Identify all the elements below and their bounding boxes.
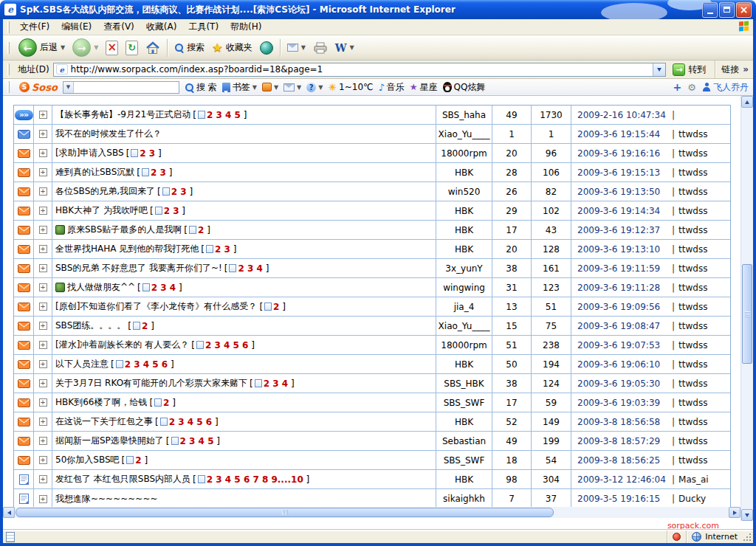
thread-last-poster[interactable]: Mas_ai bbox=[678, 474, 709, 485]
thread-author[interactable]: SBS_SWF bbox=[436, 393, 492, 412]
vertical-scroll-thumb[interactable] bbox=[742, 264, 752, 364]
expand-icon[interactable] bbox=[39, 379, 47, 387]
thread-author[interactable]: HBK bbox=[436, 221, 492, 239]
vertical-scrollbar[interactable] bbox=[740, 96, 753, 521]
forward-dropdown-icon[interactable]: ▼ bbox=[94, 44, 98, 51]
thread-author[interactable]: SBS_SWF bbox=[436, 451, 492, 469]
thread-title-link[interactable]: 原来SBS贴子最多的人是我啊 bbox=[67, 224, 182, 236]
menu-item-view[interactable]: 查看(V) bbox=[97, 19, 140, 35]
thread-last-poster[interactable]: ttwdss bbox=[678, 206, 707, 216]
address-dropdown-button[interactable] bbox=[653, 63, 665, 76]
expand-icon[interactable] bbox=[39, 149, 47, 157]
toolbar-grip[interactable] bbox=[7, 63, 10, 75]
minimize-button[interactable] bbox=[702, 2, 718, 18]
menu-item-tools[interactable]: 工具(T) bbox=[182, 19, 224, 35]
thread-author[interactable]: sikaighkh bbox=[436, 489, 492, 508]
thread-row[interactable]: SBS的兄弟 不好意思了 我要离开你们了~! [2 3 4 ] 3x_yunY … bbox=[14, 259, 730, 278]
thread-title-link[interactable]: 据闻新一届SP选擧快開始了 bbox=[55, 435, 164, 447]
refresh-button[interactable] bbox=[123, 39, 141, 57]
thread-last-poster[interactable]: ttwdss bbox=[678, 302, 707, 312]
thread-title-link[interactable]: 以下人员注意 bbox=[55, 358, 109, 370]
thread-author[interactable]: HBK bbox=[436, 201, 492, 220]
thread-pages[interactable]: [2 3 4 5 6 ] bbox=[111, 359, 174, 370]
soso-weather-button[interactable]: 1~10℃ bbox=[328, 82, 373, 93]
links-label[interactable]: 链接 bbox=[721, 63, 739, 76]
page-icon[interactable] bbox=[196, 341, 204, 349]
menu-item-edit[interactable]: 编辑(E) bbox=[55, 19, 97, 35]
expand-icon[interactable] bbox=[39, 245, 47, 253]
thread-author[interactable]: SBS_haha bbox=[436, 106, 492, 124]
toolbar-grip[interactable] bbox=[7, 42, 10, 54]
thread-author[interactable]: HBK bbox=[436, 163, 492, 182]
thread-row[interactable]: 原来SBS贴子最多的人是我啊 [2 ] HBK 17 43 2009-3-6 1… bbox=[14, 221, 730, 240]
thread-author[interactable]: 3x_yunY bbox=[436, 259, 492, 277]
soso-logo[interactable]: S Soso bbox=[19, 82, 58, 93]
expand-icon[interactable] bbox=[39, 207, 47, 215]
mail-dropdown-icon[interactable]: ▼ bbox=[301, 44, 306, 51]
thread-author[interactable]: HBK bbox=[436, 355, 492, 373]
thread-pages[interactable]: [2 ] bbox=[184, 225, 210, 235]
soso-help-button[interactable]: ▼ bbox=[306, 83, 323, 92]
toolbar-grip[interactable] bbox=[7, 81, 10, 93]
expand-icon[interactable] bbox=[39, 456, 47, 464]
page-icon[interactable] bbox=[229, 264, 236, 272]
menu-item-file[interactable]: 文件(F) bbox=[14, 19, 55, 35]
scroll-up-button[interactable] bbox=[741, 96, 753, 108]
expand-icon[interactable] bbox=[39, 187, 47, 196]
thread-row[interactable]: 难到真的让SBS沉默 [2 3 ] HBK 28 106 2009-3-6 19… bbox=[14, 163, 730, 182]
thread-author[interactable]: SBS_HBK bbox=[436, 374, 492, 393]
thread-row[interactable]: 我想進隊~~~~~~~~~ sikaighkh 7 37 2009-3-5 19… bbox=[14, 489, 730, 508]
thread-author[interactable]: Xiao_Yu____ bbox=[436, 317, 492, 335]
thread-row[interactable]: [灌水]冲着副族长来的 有人要么？ [2 3 4 5 6 ] 18000rpm … bbox=[14, 336, 730, 355]
page-icon[interactable] bbox=[116, 360, 123, 368]
back-button[interactable]: 后退 ▼ bbox=[16, 37, 68, 58]
thread-last-poster[interactable]: ttwdss bbox=[678, 359, 707, 370]
word-dropdown-icon[interactable]: ▼ bbox=[350, 44, 354, 51]
thread-row[interactable]: 关于3月7日 RKO有可能开的几个彩票大家来赌下 [2 3 4 ] SBS_HB… bbox=[14, 374, 730, 393]
soso-horoscope-button[interactable]: 星座 bbox=[410, 81, 438, 94]
page-icon[interactable] bbox=[131, 149, 138, 157]
gear-icon[interactable] bbox=[687, 82, 696, 93]
page-icon[interactable] bbox=[171, 437, 179, 445]
thread-row[interactable]: 发红包了 本红包只限SBS内部人员 [2 3 4 5 6 7 8 9....10… bbox=[14, 470, 730, 489]
address-input[interactable] bbox=[71, 64, 650, 75]
scroll-right-button[interactable] bbox=[729, 507, 740, 518]
thread-pages[interactable]: [2 3 4 5 ] bbox=[166, 436, 220, 446]
page-icon[interactable] bbox=[206, 245, 213, 253]
thread-pages[interactable]: [2 3 4 5 6 7 8 9....10 ] bbox=[193, 474, 309, 485]
page-icon[interactable] bbox=[189, 226, 196, 234]
thread-row[interactable]: 据闻新一届SP选擧快開始了 [2 3 4 5 ] Sebastian 49 19… bbox=[14, 432, 730, 451]
thread-pages[interactable]: [2 3 4 5 6 ] bbox=[155, 417, 219, 427]
thread-title-link[interactable]: HBK大神了 为我吹呼吧 bbox=[55, 204, 148, 217]
expand-icon[interactable] bbox=[39, 360, 47, 368]
scroll-down-button[interactable] bbox=[741, 509, 753, 521]
thread-row[interactable]: 在这说一下关于红包之事 [2 3 4 5 6 ] HBK 52 149 2009… bbox=[14, 412, 730, 432]
toolbar-grip[interactable] bbox=[7, 21, 10, 33]
thread-pages[interactable]: [2 3 ] bbox=[137, 167, 172, 178]
thread-title-link[interactable]: [原创]不知道你们看了《李小龙传奇》有什么感受？ bbox=[55, 300, 257, 313]
thread-title-link[interactable]: 全世界找HAHA 见到他的帮我打死他 bbox=[55, 243, 199, 255]
thread-last-poster[interactable]: ttwdss bbox=[678, 340, 707, 350]
thread-pages[interactable]: [2 3 ] bbox=[201, 244, 236, 255]
scroll-left-button[interactable] bbox=[3, 507, 15, 518]
expand-icon[interactable] bbox=[39, 398, 47, 407]
thread-title-link[interactable]: 我不在的时候发生了什么？ bbox=[55, 128, 162, 140]
thread-pages[interactable]: [2 3 4 5 ] bbox=[193, 110, 247, 120]
page-icon[interactable] bbox=[255, 379, 262, 387]
thread-row[interactable]: 全世界找HAHA 见到他的帮我打死他 [2 3 ] HBK 20 128 200… bbox=[14, 240, 730, 259]
soso-mail-button[interactable]: ▼ bbox=[284, 83, 301, 91]
thread-pages[interactable]: [2 ] bbox=[259, 302, 286, 312]
thread-author[interactable]: win520 bbox=[436, 182, 492, 201]
page-icon[interactable] bbox=[160, 418, 168, 426]
thread-pages[interactable]: [2 3 4 ] bbox=[224, 263, 269, 274]
thread-last-poster[interactable]: ttwdss bbox=[678, 148, 707, 159]
horizontal-scrollbar[interactable] bbox=[3, 507, 740, 518]
thread-last-poster[interactable]: ttwdss bbox=[678, 244, 707, 255]
search-button[interactable]: 搜索 bbox=[171, 40, 207, 55]
page-icon[interactable] bbox=[162, 187, 170, 196]
page-icon[interactable] bbox=[264, 303, 272, 311]
thread-last-poster[interactable]: ttwdss bbox=[678, 321, 707, 331]
expand-icon[interactable] bbox=[39, 111, 47, 119]
thread-title-link[interactable]: 【族长事务帖】-9月21号正式启动 bbox=[55, 108, 190, 121]
thread-pages[interactable]: [2 ] bbox=[149, 398, 176, 408]
